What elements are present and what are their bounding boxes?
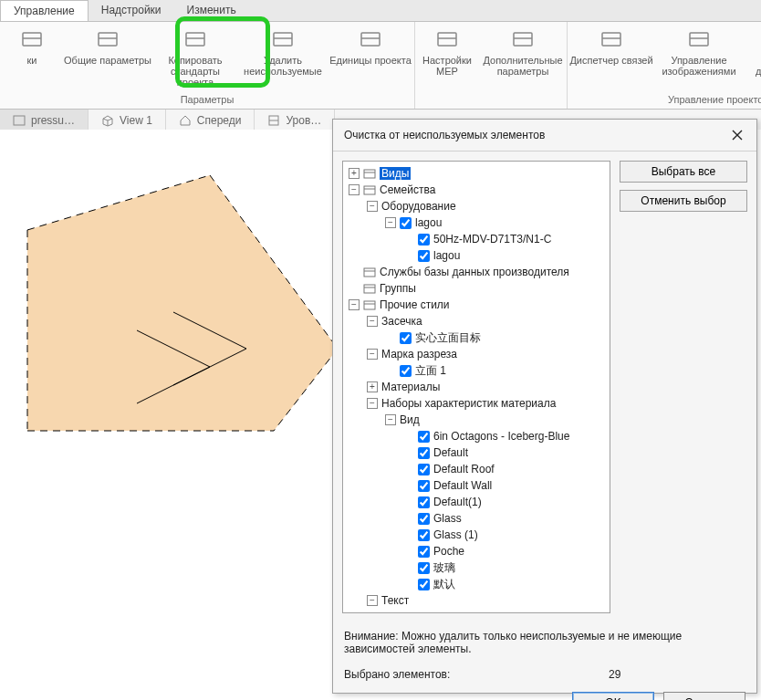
tree-toggle[interactable]: − [367, 349, 378, 360]
purge-unused[interactable]: Удалить неиспользуемые [239, 22, 327, 77]
tree-checkbox[interactable] [400, 217, 412, 229]
tree-checkbox[interactable] [418, 447, 430, 459]
tree-node[interactable]: Default [345, 444, 608, 461]
category-icon [363, 183, 376, 196]
tree-checkbox[interactable] [418, 529, 430, 541]
tree-node[interactable]: Default(1) [345, 494, 608, 510]
tree-node[interactable]: 实心立面目标 [345, 329, 608, 346]
tab-modify[interactable]: Изменить [174, 0, 249, 21]
ok-button[interactable]: OK [572, 692, 654, 700]
tree-checkbox[interactable] [418, 513, 430, 525]
tree-node[interactable]: 50Hz-MDV-D71T3/N1-C [345, 231, 608, 247]
tree-toggle[interactable]: − [349, 299, 360, 310]
tree-node[interactable]: 默认 [345, 576, 608, 592]
tree-node[interactable]: −Текст [345, 592, 608, 609]
ribbon-icon [655, 26, 743, 55]
tab-manage[interactable]: Управление [0, 0, 89, 21]
tree-label: Группы [380, 282, 416, 295]
tree-node[interactable]: 6in Octagons - Iceberg-Blue [345, 428, 608, 444]
tree-node[interactable]: Glass [345, 510, 608, 527]
tree-checkbox[interactable] [400, 332, 412, 344]
ribbon-icon [743, 26, 761, 55]
tree-node[interactable]: Default Roof [345, 461, 608, 477]
svg-rect-12 [514, 33, 532, 46]
category-icon [363, 266, 376, 278]
ribbon-button-label: ки [0, 55, 64, 66]
decal-types[interactable]: Типы деколей [743, 22, 761, 77]
tree-node[interactable]: Poche [345, 543, 608, 559]
image-manager[interactable]: Управление изображениями [655, 22, 743, 77]
tree-node[interactable]: Glass (1) [345, 527, 608, 543]
tree-checkbox[interactable] [418, 464, 430, 475]
dialog-title: Очистка от неиспользуемых элементов [344, 129, 545, 141]
tree-toggle[interactable]: − [385, 217, 396, 228]
ribbon-icon [479, 26, 567, 55]
shared-params[interactable]: Общие параметры [64, 22, 151, 66]
tree-node[interactable]: −Наборы характеристик материала [345, 395, 608, 412]
count-label: Выбрано элементов: [344, 668, 609, 681]
tree-panel[interactable]: +Виды−Семейства−Оборудование−lagou50Hz-M… [342, 161, 610, 613]
additional-params[interactable]: Дополнительные параметры [479, 22, 567, 77]
svg-marker-25 [27, 175, 338, 431]
tree-toggle[interactable]: + [349, 168, 360, 179]
tree-checkbox[interactable] [418, 579, 430, 590]
tree-node[interactable]: −Засечка [345, 313, 608, 329]
tree-toggle[interactable]: − [367, 316, 378, 327]
deselect-all-button[interactable]: Отменить выбор [620, 190, 747, 212]
tab-addins[interactable]: Надстройки [89, 0, 174, 21]
tree-checkbox[interactable] [418, 250, 430, 262]
tree-checkbox[interactable] [418, 496, 430, 508]
svg-rect-10 [438, 33, 456, 46]
tree-node[interactable]: −Марка разреза [345, 346, 608, 362]
close-button[interactable] [725, 125, 749, 145]
select-all-button[interactable]: Выбрать все [620, 161, 747, 183]
ribbon-panel: киОбщие параметрыКопировать стандарты пр… [0, 22, 415, 109]
ribbon-button-label: Настройки MEP [415, 55, 479, 77]
tree-node[interactable]: −Вид [345, 412, 608, 428]
tree-checkbox[interactable] [400, 365, 412, 377]
tree-checkbox[interactable] [418, 234, 430, 246]
tree-node[interactable]: +Виды [345, 165, 608, 182]
svg-rect-32 [364, 285, 375, 293]
ribbon-icon [151, 26, 239, 55]
tree-checkbox[interactable] [418, 480, 430, 492]
manage-panel-ki[interactable]: ки [0, 22, 64, 66]
tree-checkbox[interactable] [418, 431, 430, 443]
cancel-button[interactable]: Отмена [663, 692, 745, 700]
count-value: 29 [609, 668, 620, 681]
tree-toggle[interactable]: − [349, 184, 360, 195]
ribbon-icon [239, 26, 327, 55]
project-units[interactable]: Единицы проекта [327, 22, 414, 66]
tree-node[interactable]: +Материалы [345, 379, 608, 395]
ribbon-icon [0, 26, 64, 55]
copy-standards[interactable]: Копировать стандарты проекта [151, 22, 239, 88]
tree-toggle[interactable]: − [367, 595, 378, 606]
ribbon-panel: Диспетчер связейУправление изображениями… [568, 22, 761, 109]
tree-label: 玻璃 [433, 560, 455, 576]
tree-node[interactable]: −Оборудование [345, 198, 608, 214]
ribbon-icon [64, 26, 151, 55]
panel-title: Управление проектом [568, 92, 761, 109]
tree-node[interactable]: Службы базы данных производителя [345, 264, 608, 280]
link-manager[interactable]: Диспетчер связей [568, 22, 655, 66]
tree-node[interactable]: −Семейства [345, 182, 608, 198]
tree-node[interactable]: 立面 1 [345, 362, 608, 379]
tree-toggle[interactable]: + [367, 381, 378, 392]
tree-toggle[interactable]: − [385, 414, 396, 425]
tree-label: lagou [415, 216, 442, 229]
tree-node[interactable]: 玻璃 [345, 559, 608, 576]
svg-rect-16 [690, 33, 708, 46]
tree-node[interactable]: Default Wall [345, 477, 608, 494]
tree-label: Материалы [381, 381, 440, 393]
svg-rect-4 [186, 33, 204, 46]
tree-node[interactable]: lagou [345, 247, 608, 264]
tree-node[interactable]: −Прочие стили [345, 297, 608, 313]
tree-checkbox[interactable] [418, 546, 430, 558]
tree-checkbox[interactable] [418, 562, 430, 574]
ribbon-button-label: Копировать стандарты проекта [151, 55, 239, 88]
tree-toggle[interactable]: − [367, 398, 378, 409]
mep-settings[interactable]: Настройки MEP [415, 22, 479, 77]
tree-node[interactable]: Группы [345, 280, 608, 297]
tree-node[interactable]: −lagou [345, 214, 608, 231]
tree-toggle[interactable]: − [367, 201, 378, 212]
